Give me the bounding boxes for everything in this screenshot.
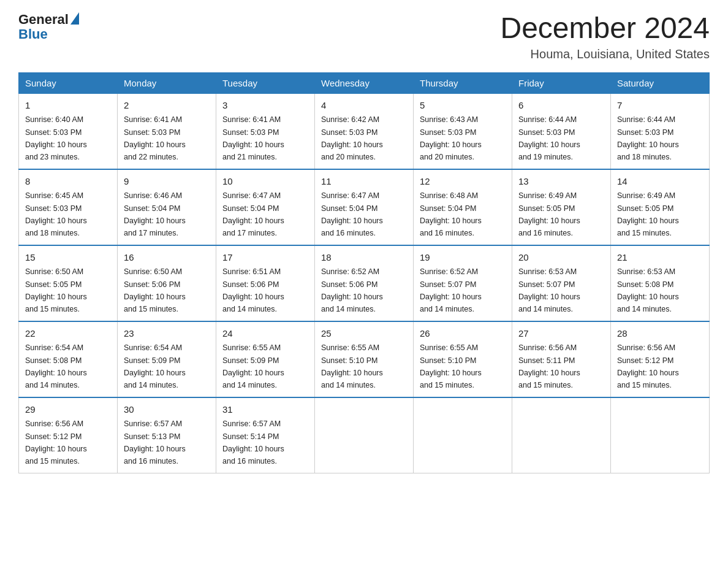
calendar-cell: 19Sunrise: 6:52 AMSunset: 5:07 PMDayligh…	[414, 245, 512, 321]
day-info: Sunrise: 6:55 AMSunset: 5:10 PMDaylight:…	[321, 343, 383, 389]
day-number: 14	[617, 175, 703, 189]
day-info: Sunrise: 6:54 AMSunset: 5:09 PMDaylight:…	[124, 343, 186, 389]
day-number: 31	[222, 403, 308, 417]
day-info: Sunrise: 6:50 AMSunset: 5:06 PMDaylight:…	[124, 267, 186, 313]
day-number: 24	[222, 327, 308, 341]
day-info: Sunrise: 6:47 AMSunset: 5:04 PMDaylight:…	[222, 191, 284, 237]
calendar-cell: 17Sunrise: 6:51 AMSunset: 5:06 PMDayligh…	[216, 245, 315, 321]
day-number: 19	[420, 251, 506, 265]
day-info: Sunrise: 6:49 AMSunset: 5:05 PMDaylight:…	[617, 191, 679, 237]
day-number: 18	[321, 251, 407, 265]
day-header-saturday: Saturday	[611, 72, 710, 93]
logo-triangle-icon	[70, 12, 79, 25]
day-header-thursday: Thursday	[414, 72, 512, 93]
calendar-cell	[611, 397, 710, 473]
day-info: Sunrise: 6:54 AMSunset: 5:08 PMDaylight:…	[25, 343, 87, 389]
day-info: Sunrise: 6:56 AMSunset: 5:11 PMDaylight:…	[518, 343, 580, 389]
calendar-cell	[512, 397, 611, 473]
day-info: Sunrise: 6:42 AMSunset: 5:03 PMDaylight:…	[321, 115, 383, 161]
logo-blue: Blue	[18, 27, 48, 42]
calendar-cell: 1Sunrise: 6:40 AMSunset: 5:03 PMDaylight…	[19, 93, 118, 169]
calendar-cell: 23Sunrise: 6:54 AMSunset: 5:09 PMDayligh…	[118, 321, 216, 397]
calendar-cell	[315, 397, 414, 473]
calendar-week-row: 15Sunrise: 6:50 AMSunset: 5:05 PMDayligh…	[19, 245, 710, 321]
day-info: Sunrise: 6:53 AMSunset: 5:07 PMDaylight:…	[518, 267, 580, 313]
calendar-cell: 27Sunrise: 6:56 AMSunset: 5:11 PMDayligh…	[512, 321, 611, 397]
calendar-week-row: 29Sunrise: 6:56 AMSunset: 5:12 PMDayligh…	[19, 397, 710, 473]
day-info: Sunrise: 6:57 AMSunset: 5:14 PMDaylight:…	[222, 419, 284, 465]
day-info: Sunrise: 6:49 AMSunset: 5:05 PMDaylight:…	[518, 191, 580, 237]
calendar-cell: 7Sunrise: 6:44 AMSunset: 5:03 PMDaylight…	[611, 93, 710, 169]
day-number: 29	[25, 403, 111, 417]
calendar-week-row: 8Sunrise: 6:45 AMSunset: 5:03 PMDaylight…	[19, 169, 710, 245]
day-number: 30	[124, 403, 210, 417]
day-info: Sunrise: 6:53 AMSunset: 5:08 PMDaylight:…	[617, 267, 679, 313]
calendar-cell: 28Sunrise: 6:56 AMSunset: 5:12 PMDayligh…	[611, 321, 710, 397]
day-info: Sunrise: 6:51 AMSunset: 5:06 PMDaylight:…	[222, 267, 284, 313]
calendar-cell: 22Sunrise: 6:54 AMSunset: 5:08 PMDayligh…	[19, 321, 118, 397]
day-info: Sunrise: 6:45 AMSunset: 5:03 PMDaylight:…	[25, 191, 87, 237]
day-info: Sunrise: 6:43 AMSunset: 5:03 PMDaylight:…	[420, 115, 482, 161]
day-info: Sunrise: 6:52 AMSunset: 5:06 PMDaylight:…	[321, 267, 383, 313]
day-info: Sunrise: 6:57 AMSunset: 5:13 PMDaylight:…	[124, 419, 186, 465]
calendar-header-row: SundayMondayTuesdayWednesdayThursdayFrid…	[19, 72, 710, 93]
logo-general: General	[18, 12, 69, 27]
day-number: 22	[25, 327, 111, 341]
day-number: 11	[321, 175, 407, 189]
calendar-cell: 25Sunrise: 6:55 AMSunset: 5:10 PMDayligh…	[315, 321, 414, 397]
day-info: Sunrise: 6:46 AMSunset: 5:04 PMDaylight:…	[124, 191, 186, 237]
day-header-sunday: Sunday	[19, 72, 118, 93]
calendar-cell: 26Sunrise: 6:55 AMSunset: 5:10 PMDayligh…	[414, 321, 512, 397]
day-number: 8	[25, 175, 111, 189]
day-number: 20	[518, 251, 604, 265]
calendar-cell: 2Sunrise: 6:41 AMSunset: 5:03 PMDaylight…	[118, 93, 216, 169]
calendar-cell: 18Sunrise: 6:52 AMSunset: 5:06 PMDayligh…	[315, 245, 414, 321]
calendar-cell: 16Sunrise: 6:50 AMSunset: 5:06 PMDayligh…	[118, 245, 216, 321]
calendar-week-row: 1Sunrise: 6:40 AMSunset: 5:03 PMDaylight…	[19, 93, 710, 169]
day-number: 17	[222, 251, 308, 265]
day-header-friday: Friday	[512, 72, 611, 93]
day-number: 21	[617, 251, 703, 265]
day-number: 12	[420, 175, 506, 189]
calendar-cell: 10Sunrise: 6:47 AMSunset: 5:04 PMDayligh…	[216, 169, 315, 245]
day-number: 6	[518, 99, 604, 113]
calendar-cell: 31Sunrise: 6:57 AMSunset: 5:14 PMDayligh…	[216, 397, 315, 473]
calendar-cell: 30Sunrise: 6:57 AMSunset: 5:13 PMDayligh…	[118, 397, 216, 473]
calendar-cell: 14Sunrise: 6:49 AMSunset: 5:05 PMDayligh…	[611, 169, 710, 245]
calendar-cell: 13Sunrise: 6:49 AMSunset: 5:05 PMDayligh…	[512, 169, 611, 245]
day-info: Sunrise: 6:55 AMSunset: 5:09 PMDaylight:…	[222, 343, 284, 389]
calendar-table: SundayMondayTuesdayWednesdayThursdayFrid…	[18, 72, 710, 473]
day-number: 9	[124, 175, 210, 189]
day-number: 1	[25, 99, 111, 113]
day-number: 7	[617, 99, 703, 113]
day-info: Sunrise: 6:48 AMSunset: 5:04 PMDaylight:…	[420, 191, 482, 237]
day-info: Sunrise: 6:41 AMSunset: 5:03 PMDaylight:…	[124, 115, 186, 161]
day-number: 3	[222, 99, 308, 113]
calendar-cell: 20Sunrise: 6:53 AMSunset: 5:07 PMDayligh…	[512, 245, 611, 321]
calendar-cell: 6Sunrise: 6:44 AMSunset: 5:03 PMDaylight…	[512, 93, 611, 169]
calendar-cell: 9Sunrise: 6:46 AMSunset: 5:04 PMDaylight…	[118, 169, 216, 245]
month-title: December 2024	[500, 12, 710, 45]
day-info: Sunrise: 6:56 AMSunset: 5:12 PMDaylight:…	[617, 343, 679, 389]
calendar-week-row: 22Sunrise: 6:54 AMSunset: 5:08 PMDayligh…	[19, 321, 710, 397]
day-info: Sunrise: 6:52 AMSunset: 5:07 PMDaylight:…	[420, 267, 482, 313]
day-header-wednesday: Wednesday	[315, 72, 414, 93]
day-number: 16	[124, 251, 210, 265]
day-number: 27	[518, 327, 604, 341]
calendar-cell: 11Sunrise: 6:47 AMSunset: 5:04 PMDayligh…	[315, 169, 414, 245]
day-number: 10	[222, 175, 308, 189]
title-block: December 2024 Houma, Louisiana, United S…	[500, 12, 710, 61]
calendar-cell: 4Sunrise: 6:42 AMSunset: 5:03 PMDaylight…	[315, 93, 414, 169]
day-number: 13	[518, 175, 604, 189]
calendar-cell	[414, 397, 512, 473]
day-info: Sunrise: 6:50 AMSunset: 5:05 PMDaylight:…	[25, 267, 87, 313]
day-number: 2	[124, 99, 210, 113]
calendar-cell: 3Sunrise: 6:41 AMSunset: 5:03 PMDaylight…	[216, 93, 315, 169]
calendar-cell: 5Sunrise: 6:43 AMSunset: 5:03 PMDaylight…	[414, 93, 512, 169]
day-info: Sunrise: 6:44 AMSunset: 5:03 PMDaylight:…	[518, 115, 580, 161]
day-number: 25	[321, 327, 407, 341]
page-header: General Blue December 2024 Houma, Louisi…	[18, 12, 710, 61]
calendar-cell: 12Sunrise: 6:48 AMSunset: 5:04 PMDayligh…	[414, 169, 512, 245]
day-info: Sunrise: 6:44 AMSunset: 5:03 PMDaylight:…	[617, 115, 679, 161]
day-number: 5	[420, 99, 506, 113]
